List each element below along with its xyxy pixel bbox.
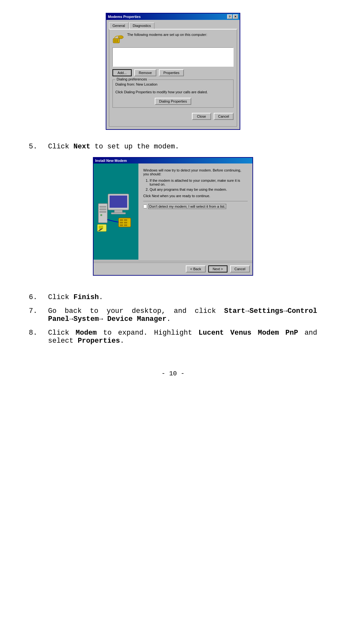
svg-rect-14 xyxy=(100,206,106,207)
svg-rect-6 xyxy=(114,41,116,42)
computer-modem-illustration xyxy=(97,191,135,232)
step7-number: 7. xyxy=(29,307,48,323)
modems-properties-dialog: Modems Properties ? ✕ General Diagnostic… xyxy=(106,13,240,130)
step8-bold2: Lucent Venus Modem PnP xyxy=(199,329,298,337)
step6-number: 6. xyxy=(29,293,48,301)
top-button-row: Add... Remove Properties xyxy=(112,69,234,76)
step7-text-after: . xyxy=(167,315,171,323)
svg-rect-19 xyxy=(99,226,103,229)
svg-rect-10 xyxy=(110,196,127,208)
phone-icon xyxy=(112,33,124,44)
step7-text-before: Go back to your desktop, and click xyxy=(48,307,224,315)
svg-rect-26 xyxy=(124,224,127,226)
step8-bold: Modem xyxy=(76,329,97,337)
modems-description: The following modems are set up on this … xyxy=(127,33,207,37)
step5-bold: Next xyxy=(73,143,90,151)
step6-text-after: . xyxy=(99,293,103,301)
inner-content: The following modems are set up on this … xyxy=(112,33,234,44)
install-click-next: Click Next when you are ready to continu… xyxy=(143,194,248,198)
back-button[interactable]: < Back xyxy=(186,265,206,272)
dialing-from-value: New Location xyxy=(136,82,158,86)
modems-listbox[interactable] xyxy=(112,47,234,67)
step5-body: Click Next to set up the modem. xyxy=(48,143,317,151)
tabs-container: General Diagnostics xyxy=(109,22,237,29)
install-body: Windows will now try to detect your mode… xyxy=(94,163,252,260)
detect-checkbox-row: Don't detect my modem; I will select it … xyxy=(143,201,248,209)
svg-rect-25 xyxy=(120,224,123,226)
install-right-panel: Windows will now try to detect your mode… xyxy=(138,163,252,260)
titlebar-buttons: ? ✕ xyxy=(227,14,238,19)
step5-row: 5. Click Next to set up the modem. xyxy=(29,143,317,151)
close-button[interactable]: ✕ xyxy=(233,14,238,19)
step6-row: 6. Click Finish. xyxy=(29,293,317,301)
modems-body: General Diagnostics xyxy=(106,20,240,129)
dialing-from-label: Dialing from: xyxy=(115,82,135,86)
remove-button[interactable]: Remove xyxy=(134,69,156,76)
svg-point-17 xyxy=(100,214,102,216)
svg-rect-3 xyxy=(116,39,118,40)
page-content: Modems Properties ? ✕ General Diagnostic… xyxy=(29,13,317,377)
properties-button[interactable]: Properties xyxy=(159,69,184,76)
svg-rect-12 xyxy=(111,213,126,214)
step8-body: Click Modem to expand. Highlight Lucent … xyxy=(48,329,317,345)
general-panel: The following modems are set up on this … xyxy=(109,29,237,127)
svg-rect-23 xyxy=(120,222,123,223)
step5-text-before: Click xyxy=(48,143,73,151)
step8-bold3: Properties xyxy=(78,337,120,345)
dialing-preferences-group: Dialing preferences Dialing from: New Lo… xyxy=(112,79,234,108)
dialing-desc: Click Dialing Properties to modify how y… xyxy=(115,90,231,94)
tab-general[interactable]: General xyxy=(109,22,128,29)
next-button[interactable]: Next > xyxy=(208,265,227,272)
step8-text-middle: to expand. Highlight xyxy=(97,329,199,337)
step7-row: 7. Go back to your desktop, and click St… xyxy=(29,307,317,323)
step8-text-before: Click xyxy=(48,329,76,337)
install-new-modem-dialog: Install New Modem xyxy=(93,157,253,276)
page-number: - 10 - xyxy=(161,370,185,377)
install-button-row: < Back Next > Cancel xyxy=(94,263,252,275)
bottom-button-row: Close Cancel xyxy=(112,113,234,120)
dialing-from: Dialing from: New Location xyxy=(115,82,231,86)
step7-body: Go back to your desktop, and click Start… xyxy=(48,307,317,323)
svg-rect-4 xyxy=(114,40,116,41)
step6-bold: Finish xyxy=(73,293,99,301)
add-button[interactable]: Add... xyxy=(112,69,132,76)
svg-rect-7 xyxy=(116,41,118,42)
svg-rect-5 xyxy=(116,40,118,41)
svg-rect-21 xyxy=(120,219,123,221)
install-steps-list: If the modem is attached to your compute… xyxy=(150,179,248,191)
step8-number: 8. xyxy=(29,329,48,345)
step5-number: 5. xyxy=(29,143,48,151)
svg-rect-2 xyxy=(114,39,116,40)
install-description: Windows will now try to detect your mode… xyxy=(143,168,248,176)
step6-body: Click Finish. xyxy=(48,293,317,301)
install-titlebar: Install New Modem xyxy=(94,158,252,163)
groupbox-label: Dialing preferences xyxy=(115,77,148,81)
svg-rect-24 xyxy=(124,222,127,223)
step8-text-end: . xyxy=(120,337,124,345)
svg-rect-15 xyxy=(100,209,106,210)
close-dialog-button[interactable]: Close xyxy=(192,113,211,120)
svg-rect-11 xyxy=(114,210,122,213)
help-button[interactable]: ? xyxy=(227,14,232,19)
svg-rect-16 xyxy=(100,211,106,213)
dont-detect-label: Don't detect my modem; I will select it … xyxy=(148,204,226,209)
modems-titlebar: Modems Properties ? ✕ xyxy=(106,13,240,20)
tab-diagnostics[interactable]: Diagnostics xyxy=(129,22,154,29)
dialing-properties-button[interactable]: Dialing Properties xyxy=(155,98,192,105)
svg-rect-22 xyxy=(124,219,127,221)
step5-text-after: to set up the modem. xyxy=(90,143,179,151)
cancel-dialog-button[interactable]: Cancel xyxy=(214,113,234,120)
install-illustration xyxy=(94,163,138,260)
install-title: Install New Modem xyxy=(95,159,127,163)
step6-text-before: Click xyxy=(48,293,73,301)
cancel-install-button[interactable]: Cancel xyxy=(230,265,250,272)
step8-row: 8. Click Modem to expand. Highlight Luce… xyxy=(29,329,317,345)
dont-detect-checkbox[interactable] xyxy=(143,205,147,208)
dialog-separator xyxy=(94,261,252,261)
install-step-1: If the modem is attached to your compute… xyxy=(150,179,248,186)
install-step-2: Quit any programs that may be using the … xyxy=(150,188,248,191)
modems-title: Modems Properties xyxy=(108,15,141,19)
